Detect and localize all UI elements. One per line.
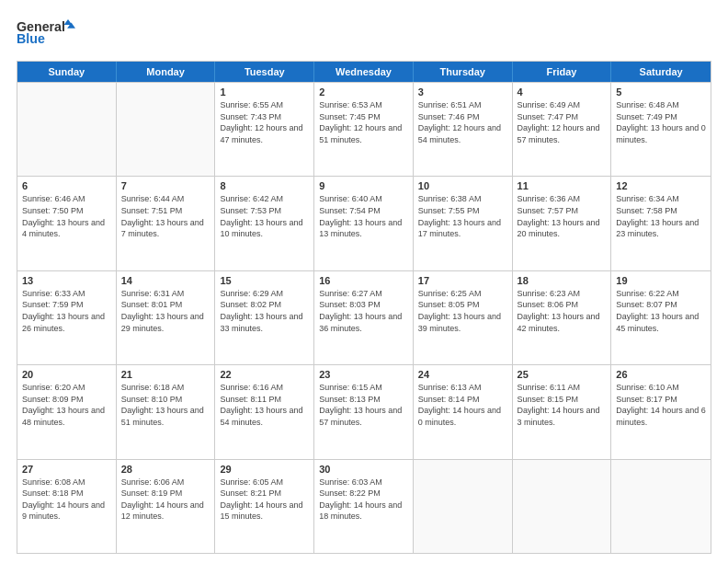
logo: General Blue: [17, 17, 90, 53]
day-info: Sunrise: 6:16 AMSunset: 8:11 PMDaylight:…: [220, 382, 309, 428]
day-info: Sunrise: 6:03 AMSunset: 8:22 PMDaylight:…: [319, 477, 408, 523]
calendar-week-2: 6Sunrise: 6:46 AMSunset: 7:50 PMDaylight…: [17, 176, 711, 270]
day-info: Sunrise: 6:44 AMSunset: 7:51 PMDaylight:…: [121, 193, 210, 239]
header-day-thursday: Thursday: [414, 62, 513, 82]
day-number: 13: [22, 275, 111, 286]
logo-svg: General Blue: [17, 17, 90, 50]
calendar-cell-5-3: 29Sunrise: 6:05 AMSunset: 8:21 PMDayligh…: [215, 460, 314, 553]
calendar-cell-1-4: 2Sunrise: 6:53 AMSunset: 7:45 PMDaylight…: [314, 83, 414, 176]
day-number: 6: [22, 180, 111, 191]
day-number: 14: [121, 275, 210, 286]
calendar-cell-1-6: 4Sunrise: 6:49 AMSunset: 7:47 PMDaylight…: [513, 83, 612, 176]
calendar-cell-2-3: 8Sunrise: 6:42 AMSunset: 7:53 PMDaylight…: [215, 177, 314, 270]
calendar-cell-5-2: 28Sunrise: 6:06 AMSunset: 8:19 PMDayligh…: [117, 460, 216, 553]
day-info: Sunrise: 6:15 AMSunset: 8:13 PMDaylight:…: [319, 382, 408, 428]
day-info: Sunrise: 6:53 AMSunset: 7:45 PMDaylight:…: [319, 99, 408, 145]
svg-text:Blue: Blue: [17, 31, 45, 46]
calendar-body: 1Sunrise: 6:55 AMSunset: 7:43 PMDaylight…: [17, 82, 711, 553]
day-info: Sunrise: 6:42 AMSunset: 7:53 PMDaylight:…: [220, 193, 309, 239]
calendar-cell-4-3: 22Sunrise: 6:16 AMSunset: 8:11 PMDayligh…: [215, 365, 314, 458]
day-number: 29: [220, 464, 309, 475]
day-number: 1: [220, 86, 309, 98]
calendar-cell-4-2: 21Sunrise: 6:18 AMSunset: 8:10 PMDayligh…: [117, 365, 216, 458]
calendar-cell-4-6: 25Sunrise: 6:11 AMSunset: 8:15 PMDayligh…: [513, 365, 612, 458]
day-info: Sunrise: 6:36 AMSunset: 7:57 PMDaylight:…: [518, 193, 607, 239]
day-number: 22: [220, 369, 309, 380]
day-number: 3: [418, 86, 507, 98]
day-info: Sunrise: 6:27 AMSunset: 8:03 PMDaylight:…: [319, 288, 408, 334]
day-info: Sunrise: 6:20 AMSunset: 8:09 PMDaylight:…: [22, 382, 111, 428]
header-day-monday: Monday: [117, 62, 216, 82]
day-number: 23: [319, 369, 408, 380]
day-number: 26: [616, 369, 706, 380]
day-number: 8: [220, 180, 309, 191]
day-number: 25: [518, 369, 607, 380]
calendar-cell-3-3: 15Sunrise: 6:29 AMSunset: 8:02 PMDayligh…: [215, 271, 314, 364]
day-info: Sunrise: 6:33 AMSunset: 7:59 PMDaylight:…: [22, 288, 111, 334]
calendar-week-5: 27Sunrise: 6:08 AMSunset: 8:18 PMDayligh…: [17, 459, 711, 553]
day-number: 28: [121, 464, 210, 475]
day-info: Sunrise: 6:08 AMSunset: 8:18 PMDaylight:…: [22, 477, 111, 523]
day-number: 27: [22, 464, 111, 475]
day-number: 5: [616, 86, 706, 98]
calendar-cell-4-1: 20Sunrise: 6:20 AMSunset: 8:09 PMDayligh…: [17, 365, 117, 458]
calendar-cell-1-3: 1Sunrise: 6:55 AMSunset: 7:43 PMDaylight…: [215, 83, 314, 176]
day-number: 18: [518, 275, 607, 286]
calendar-cell-3-2: 14Sunrise: 6:31 AMSunset: 8:01 PMDayligh…: [117, 271, 216, 364]
calendar-cell-2-4: 9Sunrise: 6:40 AMSunset: 7:54 PMDaylight…: [314, 177, 414, 270]
day-info: Sunrise: 6:25 AMSunset: 8:05 PMDaylight:…: [418, 288, 507, 334]
calendar-cell-4-7: 26Sunrise: 6:10 AMSunset: 8:17 PMDayligh…: [611, 365, 711, 458]
day-info: Sunrise: 6:05 AMSunset: 8:21 PMDaylight:…: [220, 477, 309, 523]
page: General Blue SundayMondayTuesdayWednesda…: [0, 0, 728, 563]
calendar-cell-4-5: 24Sunrise: 6:13 AMSunset: 8:14 PMDayligh…: [414, 365, 513, 458]
day-number: 10: [418, 180, 507, 191]
calendar-cell-3-4: 16Sunrise: 6:27 AMSunset: 8:03 PMDayligh…: [314, 271, 414, 364]
day-info: Sunrise: 6:49 AMSunset: 7:47 PMDaylight:…: [518, 99, 607, 145]
header-day-sunday: Sunday: [17, 62, 117, 82]
calendar-week-4: 20Sunrise: 6:20 AMSunset: 8:09 PMDayligh…: [17, 364, 711, 458]
day-info: Sunrise: 6:22 AMSunset: 8:07 PMDaylight:…: [616, 288, 706, 334]
day-number: 15: [220, 275, 309, 286]
day-info: Sunrise: 6:13 AMSunset: 8:14 PMDaylight:…: [418, 382, 507, 428]
calendar-cell-2-2: 7Sunrise: 6:44 AMSunset: 7:51 PMDaylight…: [117, 177, 216, 270]
day-info: Sunrise: 6:10 AMSunset: 8:17 PMDaylight:…: [616, 382, 706, 428]
day-info: Sunrise: 6:29 AMSunset: 8:02 PMDaylight:…: [220, 288, 309, 334]
calendar-week-3: 13Sunrise: 6:33 AMSunset: 7:59 PMDayligh…: [17, 270, 711, 364]
day-info: Sunrise: 6:38 AMSunset: 7:55 PMDaylight:…: [418, 193, 507, 239]
calendar-cell-5-1: 27Sunrise: 6:08 AMSunset: 8:18 PMDayligh…: [17, 460, 117, 553]
day-number: 4: [518, 86, 607, 98]
day-number: 20: [22, 369, 111, 380]
calendar-cell-2-1: 6Sunrise: 6:46 AMSunset: 7:50 PMDaylight…: [17, 177, 117, 270]
calendar-cell-2-7: 12Sunrise: 6:34 AMSunset: 7:58 PMDayligh…: [611, 177, 711, 270]
calendar-header: SundayMondayTuesdayWednesdayThursdayFrid…: [17, 62, 711, 82]
calendar-cell-3-1: 13Sunrise: 6:33 AMSunset: 7:59 PMDayligh…: [17, 271, 117, 364]
day-info: Sunrise: 6:48 AMSunset: 7:49 PMDaylight:…: [616, 99, 706, 145]
day-number: 17: [418, 275, 507, 286]
day-number: 21: [121, 369, 210, 380]
day-number: 24: [418, 369, 507, 380]
day-number: 12: [616, 180, 706, 191]
day-info: Sunrise: 6:06 AMSunset: 8:19 PMDaylight:…: [121, 477, 210, 523]
calendar-cell-3-5: 17Sunrise: 6:25 AMSunset: 8:05 PMDayligh…: [414, 271, 513, 364]
day-info: Sunrise: 6:51 AMSunset: 7:46 PMDaylight:…: [418, 99, 507, 145]
day-info: Sunrise: 6:23 AMSunset: 8:06 PMDaylight:…: [518, 288, 607, 334]
calendar-cell-2-6: 11Sunrise: 6:36 AMSunset: 7:57 PMDayligh…: [513, 177, 612, 270]
day-info: Sunrise: 6:55 AMSunset: 7:43 PMDaylight:…: [220, 99, 309, 145]
day-info: Sunrise: 6:18 AMSunset: 8:10 PMDaylight:…: [121, 382, 210, 428]
day-info: Sunrise: 6:46 AMSunset: 7:50 PMDaylight:…: [22, 193, 111, 239]
calendar-cell-4-4: 23Sunrise: 6:15 AMSunset: 8:13 PMDayligh…: [314, 365, 414, 458]
header-day-friday: Friday: [513, 62, 612, 82]
day-number: 2: [319, 86, 408, 98]
header-day-tuesday: Tuesday: [215, 62, 314, 82]
day-number: 9: [319, 180, 408, 191]
day-number: 11: [518, 180, 607, 191]
day-number: 19: [616, 275, 706, 286]
day-info: Sunrise: 6:11 AMSunset: 8:15 PMDaylight:…: [518, 382, 607, 428]
calendar-cell-5-5: [414, 460, 513, 553]
calendar-cell-2-5: 10Sunrise: 6:38 AMSunset: 7:55 PMDayligh…: [414, 177, 513, 270]
header-day-wednesday: Wednesday: [314, 62, 414, 82]
calendar-cell-3-7: 19Sunrise: 6:22 AMSunset: 8:07 PMDayligh…: [611, 271, 711, 364]
calendar-cell-3-6: 18Sunrise: 6:23 AMSunset: 8:06 PMDayligh…: [513, 271, 612, 364]
calendar-cell-1-5: 3Sunrise: 6:51 AMSunset: 7:46 PMDaylight…: [414, 83, 513, 176]
header: General Blue: [17, 17, 711, 53]
